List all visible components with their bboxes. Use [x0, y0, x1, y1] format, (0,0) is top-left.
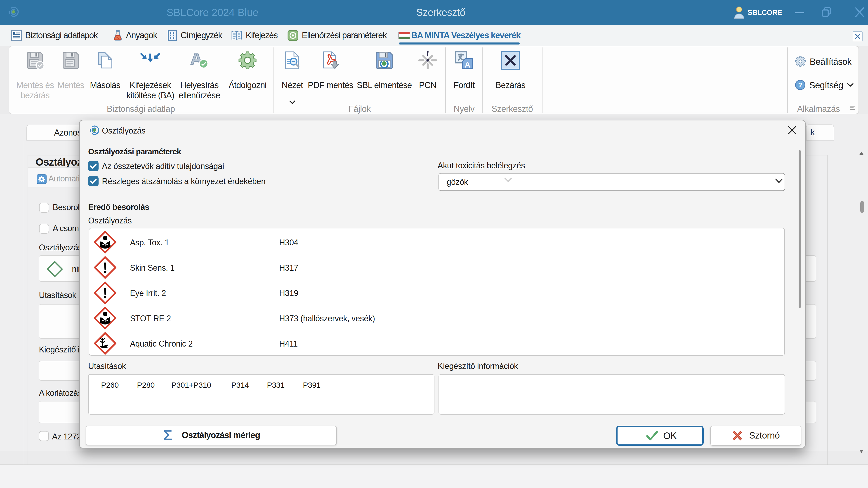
svg-text:?: ?	[798, 81, 802, 89]
svg-text:A: A	[465, 60, 470, 69]
